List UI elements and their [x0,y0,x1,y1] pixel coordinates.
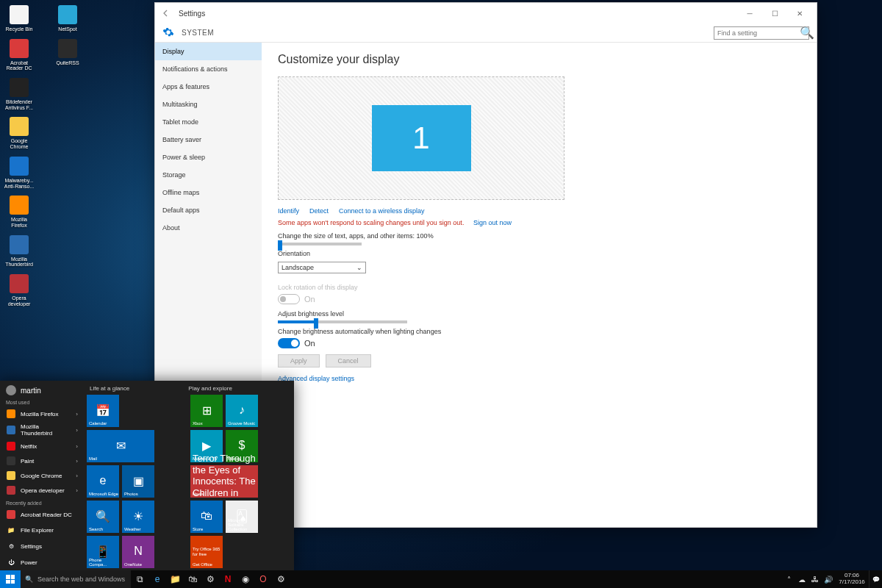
tile-icon: ▣ [133,474,144,488]
desktop-icon[interactable]: Opera developer [3,272,35,306]
desktop-icon[interactable]: Acrobat Reader DC [3,37,35,71]
nav-item[interactable]: Power & sleep [155,148,262,166]
settings-item[interactable]: ⚙Settings [0,538,84,554]
taskbar-opera[interactable]: O [254,570,272,588]
nav-item[interactable]: Multitasking [155,96,262,113]
tile-label: Search [89,527,103,531]
taskbar-edge[interactable]: e [148,570,166,588]
nav-item[interactable]: Offline maps [155,184,262,201]
start-tile[interactable]: Terror Through the Eyes of Innocents: Th… [190,465,258,498]
start-tile[interactable]: ▣Photos [122,465,154,498]
start-tile[interactable]: ⊞Xbox [190,395,223,427]
orientation-select[interactable]: Landscape ⌄ [278,262,366,273]
back-button[interactable] [159,7,173,20]
tray-network-icon[interactable]: 🖧 [808,570,822,588]
task-view-button[interactable]: ⧉ [131,570,148,588]
apply-button[interactable]: Apply [278,354,320,368]
app-label: Paint [21,458,71,465]
start-tile[interactable]: ✉Mail [87,430,154,462]
taskbar-gear[interactable]: ⚙ [272,570,290,588]
desktop-icon[interactable]: Malwareby... Anti-Ranso... [3,154,35,189]
start-tile[interactable]: ☀Weather [122,501,154,533]
maximize-button[interactable]: ☐ [762,6,787,21]
tile-label: Mail [89,456,97,461]
desktop-icon[interactable]: Recycle Bin [3,3,35,32]
username: martin [21,387,41,395]
start-app-item[interactable]: Netflix› [0,439,84,453]
advanced-display-link[interactable]: Advanced display settings [278,375,800,382]
desktop-icon[interactable]: QuiteRSS [51,37,84,66]
power-item[interactable]: ⏻Power [0,554,84,570]
app-label: Netflix [21,443,71,450]
taskbar-store[interactable]: 🛍 [184,570,201,588]
system-tray: ˄ ☁ 🖧 🔊 07:06 7/17/2016 💬 [782,570,882,588]
nav-item[interactable]: Apps & features [155,78,262,96]
start-button[interactable] [0,570,21,588]
desktop-icon[interactable]: Mozilla Thunderbird [3,233,35,268]
close-button[interactable]: ✕ [787,6,812,21]
app-label: Opera developer [21,487,71,494]
identify-link[interactable]: Identify [278,207,299,215]
wireless-display-link[interactable]: Connect to a wireless display [339,207,425,215]
tile-label: Microsoft Solitaire Collection [228,518,258,531]
start-tile[interactable]: 🔍Search [87,501,119,533]
desktop-icon[interactable]: Google Chrome [3,115,35,149]
user-account-button[interactable]: martin [0,381,84,397]
nav-item[interactable]: Storage [155,166,262,184]
tray-volume-icon[interactable]: 🔊 [822,570,835,588]
nav-item[interactable]: Display [155,43,262,60]
nav-item[interactable]: Notifications & actions [155,60,262,78]
start-tile[interactable]: 🂡Microsoft Solitaire Collection [226,501,258,533]
desktop-icon[interactable]: NetSpot [51,3,84,32]
action-center-button[interactable]: 💬 [869,570,882,588]
start-app-item[interactable]: Google Chrome› [0,468,84,483]
app-icon [7,154,31,178]
tile-group-play[interactable]: Play and explore [188,385,232,392]
tray-onedrive-icon[interactable]: ☁ [795,570,808,588]
taskbar-explorer[interactable]: 📁 [166,570,184,588]
start-tile[interactable]: 📅Calendar [87,395,119,427]
start-app-item[interactable]: Opera developer› [0,483,84,498]
start-tile[interactable]: Try Office 365 for freeGet Office [190,536,223,568]
start-app-item[interactable]: Paint› [0,453,84,468]
nav-item[interactable]: Tablet mode [155,113,262,131]
auto-brightness-toggle[interactable] [278,338,300,348]
taskbar-chrome[interactable]: ◉ [237,570,254,588]
start-tile[interactable]: eMicrosoft Edge [87,465,119,498]
taskbar-search[interactable]: 🔍 Search the web and Windows [21,570,131,588]
settings-search-input[interactable] [717,29,800,37]
tile-icon: ☀ [133,509,143,523]
display-arrangement[interactable]: 1 [278,76,564,200]
detect-link[interactable]: Detect [309,207,329,215]
scale-slider[interactable] [278,243,362,245]
minimize-button[interactable]: ─ [737,6,762,21]
desktop-icon[interactable]: Mozilla Firefox [3,193,35,228]
settings-search[interactable]: 🔍 [714,26,809,40]
display-tile-1[interactable]: 1 [372,105,471,171]
sign-out-link[interactable]: Sign out now [473,219,512,226]
start-app-item[interactable]: Mozilla Thunderbird› [0,421,84,439]
nav-item[interactable]: Default apps [155,201,262,219]
taskbar-netflix[interactable]: N [219,570,237,588]
tray-overflow[interactable]: ˄ [782,570,795,588]
taskbar-clock[interactable]: 07:06 7/17/2016 [835,573,869,586]
file-explorer-item[interactable]: 📁File Explorer [0,522,84,538]
search-icon: 🔍 [800,26,814,40]
tile-group-life[interactable]: Life at a glance [90,385,129,392]
nav-item[interactable]: Battery saver [155,131,262,148]
start-tile[interactable]: 🛍Store [190,501,223,533]
start-menu: martin Most used Mozilla Firefox›Mozilla… [0,381,294,570]
nav-item[interactable]: About [155,219,262,237]
scaling-warning: Some apps won't respond to scaling chang… [278,219,464,226]
cancel-button[interactable]: Cancel [326,354,371,368]
brightness-slider[interactable] [278,320,407,323]
start-tile[interactable]: ♪Groove Music [226,395,258,427]
desktop-icon[interactable]: Bitdefender Antivirus F... [3,76,35,110]
lock-rotation-label: Lock rotation of this display [278,284,800,291]
start-app-item[interactable]: Acrobat Reader DC [0,507,84,522]
start-app-item[interactable]: Mozilla Firefox› [0,406,84,421]
taskbar-settings[interactable]: ⚙ [201,570,219,588]
start-tile[interactable]: NOneNote [122,536,154,568]
app-icon [56,37,79,60]
start-tile[interactable]: 📱Phone Compa... [87,536,119,568]
